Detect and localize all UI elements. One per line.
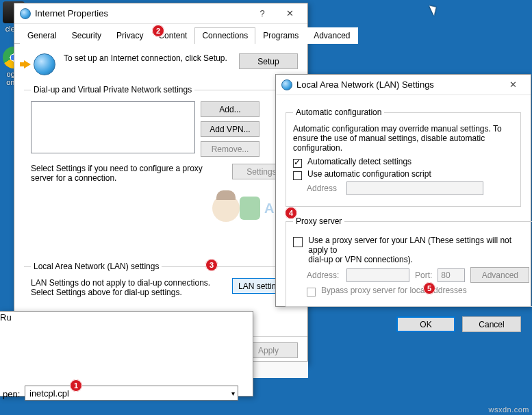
lan-help-text: LAN Settings do not apply to dial-up con… bbox=[31, 278, 227, 297]
add-button[interactable]: Add... bbox=[201, 101, 259, 117]
dialup-vpn-group: Dial-up and Virtual Private Network sett… bbox=[24, 85, 298, 205]
titlebar[interactable]: Local Area Network (LAN) Settings bbox=[276, 75, 531, 95]
proxy-legend: Proxy server bbox=[293, 216, 344, 226]
run-dialog: pen: inetcpl.cpl ▾ bbox=[0, 311, 253, 397]
auto-config-legend: Automatic configuration bbox=[293, 108, 384, 117]
dialup-listbox[interactable] bbox=[31, 101, 195, 153]
proxy-port-field bbox=[438, 268, 465, 282]
use-script-label: Use automatic configuration script bbox=[307, 169, 431, 179]
script-address-field bbox=[346, 181, 483, 195]
ok-button[interactable]: OK bbox=[396, 316, 455, 332]
window-title: Internet Properties bbox=[35, 8, 249, 18]
titlebar[interactable]: Internet Properties bbox=[14, 3, 307, 24]
globe-icon bbox=[34, 53, 55, 75]
auto-detect-label: Automatically detect settings bbox=[307, 157, 411, 166]
setup-help-text: To set up an Internet connection, click … bbox=[64, 53, 231, 63]
dialup-legend: Dial-up and Virtual Private Network sett… bbox=[31, 85, 194, 95]
setup-button[interactable]: Setup bbox=[239, 53, 298, 69]
use-proxy-label: Use a proxy server for your LAN (These s… bbox=[308, 236, 529, 255]
run-open-combobox[interactable]: inetcpl.cpl ▾ bbox=[25, 386, 238, 401]
tab-privacy[interactable]: Privacy bbox=[109, 27, 151, 44]
tab-security[interactable]: Security bbox=[64, 27, 109, 44]
use-proxy-label: dial-up or VPN connections). bbox=[308, 255, 529, 264]
callout-marker-4: 4 bbox=[285, 207, 297, 219]
tab-advanced[interactable]: Advanced bbox=[306, 27, 357, 44]
use-script-checkbox[interactable] bbox=[293, 171, 302, 180]
callout-marker-5: 5 bbox=[423, 282, 435, 294]
image-watermark: wsxdn.com bbox=[488, 405, 529, 414]
proxy-port-label: Port: bbox=[415, 271, 432, 280]
remove-button: Remove... bbox=[201, 141, 259, 157]
auto-config-group: Automatic configuration Automatic config… bbox=[286, 108, 521, 207]
lan-settings-group: Local Area Network (LAN) settings LAN Se… bbox=[24, 262, 298, 300]
tab-connections[interactable]: Connections bbox=[194, 27, 255, 44]
proxy-address-label: Address: bbox=[307, 271, 341, 280]
run-open-value: inetcpl.cpl bbox=[29, 388, 231, 399]
arrow-right-icon bbox=[24, 60, 31, 68]
close-button[interactable] bbox=[276, 4, 303, 23]
cancel-button[interactable]: Cancel bbox=[462, 316, 521, 332]
help-button[interactable] bbox=[249, 4, 276, 23]
callout-marker-2: 2 bbox=[152, 25, 164, 37]
lan-settings-window: Local Area Network (LAN) Settings Automa… bbox=[275, 74, 531, 307]
auto-detect-checkbox[interactable] bbox=[293, 159, 302, 168]
open-label: pen: bbox=[3, 389, 20, 399]
bypass-local-checkbox bbox=[307, 288, 316, 297]
connections-pane: To set up an Internet connection, click … bbox=[14, 44, 307, 316]
script-address-label: Address bbox=[307, 184, 341, 193]
auto-config-desc: Automatic configuration may override man… bbox=[293, 124, 514, 153]
chevron-down-icon[interactable]: ▾ bbox=[231, 390, 235, 397]
callout-marker-3: 3 bbox=[205, 259, 218, 271]
proxy-address-field bbox=[346, 268, 409, 282]
tab-general[interactable]: General bbox=[20, 27, 64, 44]
lan-legend: Local Area Network (LAN) settings bbox=[31, 262, 162, 271]
lan-pane: Automatic configuration Automatic config… bbox=[276, 95, 531, 342]
tab-programs[interactable]: Programs bbox=[255, 27, 306, 44]
window-title: Local Area Network (LAN) Settings bbox=[296, 79, 499, 90]
globe-icon bbox=[20, 8, 31, 19]
close-button[interactable] bbox=[499, 75, 527, 95]
add-vpn-button[interactable]: Add VPN... bbox=[201, 121, 259, 137]
use-proxy-checkbox[interactable] bbox=[293, 237, 303, 247]
globe-icon bbox=[281, 79, 292, 90]
proxy-group: Proxy server Use a proxy server for your… bbox=[286, 216, 532, 307]
bypass-local-label: Bypass proxy server for local addresses bbox=[321, 286, 467, 295]
internet-properties-window: Internet Properties General Security Pri… bbox=[14, 3, 308, 364]
callout-marker-1: 1 bbox=[70, 379, 82, 392]
proxy-advanced-button: Advanced bbox=[470, 267, 529, 283]
mouse-cursor-icon bbox=[429, 3, 439, 16]
run-title-fragment: Ru bbox=[0, 312, 12, 323]
dialup-help-text: Select Settings if you need to configure… bbox=[31, 164, 227, 183]
